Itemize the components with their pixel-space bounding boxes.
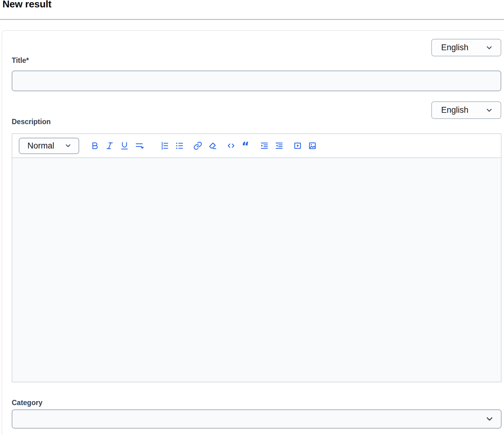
chevron-down-icon — [485, 414, 494, 424]
title-input[interactable] — [12, 71, 501, 91]
bullet-list-icon — [175, 141, 184, 150]
toolbar-group-code-quote: “ — [226, 141, 250, 150]
blockquote-button[interactable]: “ — [241, 141, 250, 150]
description-language-value: English — [441, 105, 469, 115]
image-button[interactable] — [308, 141, 317, 150]
image-icon — [308, 141, 317, 150]
toolbar-group-media — [293, 141, 317, 150]
line-break-icon — [135, 141, 144, 150]
divider — [0, 19, 504, 20]
title-language-value: English — [441, 43, 469, 52]
outdent-icon — [274, 141, 284, 150]
outdent-button[interactable] — [274, 141, 284, 150]
link-icon — [193, 141, 202, 150]
bold-button[interactable] — [90, 141, 100, 150]
ordered-list-icon: 1 2 3 — [160, 141, 169, 150]
format-select[interactable]: Normal — [19, 138, 79, 154]
bullet-list-button[interactable] — [175, 141, 184, 150]
indent-icon — [260, 141, 269, 150]
chevron-down-icon — [64, 142, 72, 149]
italic-button[interactable] — [105, 141, 114, 150]
clean-format-button[interactable] — [208, 141, 217, 150]
video-icon — [293, 141, 302, 150]
code-icon — [226, 141, 236, 150]
underline-icon — [120, 141, 129, 150]
line-break-button[interactable] — [135, 141, 144, 150]
page-title: New result — [2, 0, 51, 10]
title-language-select[interactable]: English — [431, 39, 501, 56]
indent-button[interactable] — [260, 141, 269, 150]
editor-toolbar: Normal — [12, 134, 501, 158]
description-language-select[interactable]: English — [431, 101, 501, 119]
eraser-icon — [208, 141, 217, 150]
toolbar-group-link — [193, 141, 217, 150]
video-button[interactable] — [293, 141, 302, 150]
code-block-button[interactable] — [226, 141, 236, 150]
description-label: Description — [12, 117, 51, 126]
toolbar-group-indent — [260, 141, 284, 150]
format-value: Normal — [27, 141, 54, 151]
form-card: English Title* English Description Norma… — [2, 30, 504, 435]
link-button[interactable] — [193, 141, 202, 150]
blockquote-icon: “ — [241, 141, 250, 150]
svg-text:3: 3 — [161, 147, 163, 150]
editor-content[interactable] — [12, 158, 501, 382]
category-label: Category — [12, 398, 43, 407]
toolbar-group-text — [90, 141, 144, 150]
italic-icon — [105, 141, 114, 150]
category-select[interactable] — [12, 409, 502, 429]
rich-text-editor: Normal — [12, 133, 502, 382]
toolbar-group-lists: 1 2 3 — [160, 141, 184, 150]
svg-text:“: “ — [242, 141, 249, 150]
bold-icon — [90, 141, 100, 150]
ordered-list-button[interactable]: 1 2 3 — [160, 141, 169, 150]
title-label: Title* — [12, 56, 29, 65]
chevron-down-icon — [485, 106, 493, 114]
chevron-down-icon — [485, 44, 493, 52]
underline-button[interactable] — [120, 141, 129, 150]
